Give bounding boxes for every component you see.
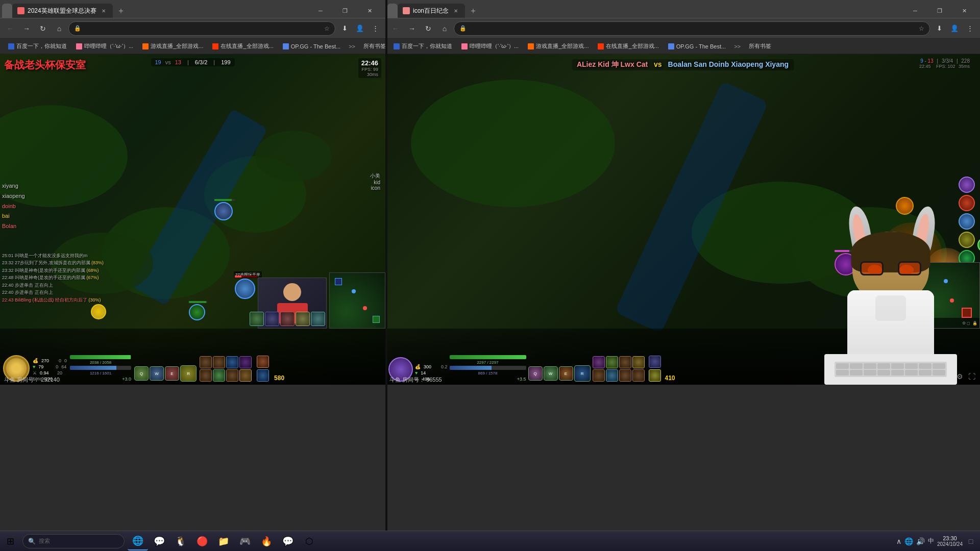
bookmark-baidu-label: 百度一下，你就知道 — [16, 42, 67, 50]
left-refresh-button[interactable]: ↻ — [36, 21, 50, 36]
right-bookmark-opgg[interactable]: OP.GG - The Best... — [664, 42, 730, 51]
right-active-tab[interactable]: icon百日纪念 ✕ — [398, 4, 465, 18]
bookmark-baidu[interactable]: 百度一下，你就知道 — [4, 41, 71, 51]
right-toolbar-right: ⬇ 👤 ⋮ — [932, 21, 977, 36]
tray-network-icon[interactable]: 🌐 — [904, 537, 913, 545]
bookmark-bilibili-label: 哔哩哔哩（'·'ω·'）... — [84, 42, 133, 50]
taskbar-app-browser[interactable]: 🌐 — [128, 532, 148, 550]
left-timer-text: 22:46 — [361, 59, 378, 67]
taskbar-right-area: ∧ 🌐 🔊 中 23:30 2024/10/24 □ — [896, 532, 980, 550]
taskbar-app-wechat[interactable]: 💬 — [149, 532, 169, 550]
right-bookmark-baidu[interactable]: 百度一下，你就知道 — [389, 41, 456, 51]
right-fullscreen-icon[interactable]: ⛶ — [967, 371, 977, 382]
right-bookmark-all[interactable]: 所有书签 — [745, 41, 775, 51]
taskbar-search[interactable]: 🔍 搜索 — [22, 534, 125, 548]
right-bookmark-live[interactable]: 在线直播_全部游戏... — [594, 41, 663, 51]
right-tab-close[interactable]: ✕ — [452, 7, 460, 15]
mascot-figure — [819, 191, 962, 385]
left-tab-favicon — [17, 7, 24, 14]
left-tab-close[interactable]: ✕ — [100, 7, 108, 15]
star-icon[interactable]: ☆ — [324, 25, 330, 32]
right-skill-e: E — [559, 366, 573, 381]
right-star-icon[interactable]: ☆ — [919, 25, 924, 32]
right-menu-button[interactable]: ⋮ — [963, 21, 977, 36]
left-profile-button[interactable]: 👤 — [353, 21, 367, 36]
right-baidu-favicon — [394, 43, 400, 49]
key-12 — [877, 370, 890, 375]
tray-battery-icon[interactable]: 中 — [928, 537, 934, 545]
right-forward-button[interactable]: → — [405, 21, 419, 36]
bookmark-live-stream[interactable]: 在线直播_全部游戏... — [208, 41, 277, 51]
tray-volume-icon[interactable]: 🔊 — [916, 537, 925, 545]
skill-r: R — [180, 365, 197, 382]
right-bookmark-bilibili[interactable]: 哔哩哔哩（'·'ω·'）... — [457, 41, 523, 51]
left-url-input[interactable]: douyu.com/topic/LOLS14?rid=252140&dyshid… — [84, 25, 321, 32]
start-button[interactable]: ⊞ — [0, 531, 20, 552]
right-summoner-1 — [649, 356, 661, 368]
right-timer-text: 22:45 — [919, 64, 931, 69]
left-restore-button[interactable]: ❐ — [333, 4, 357, 18]
key-16 — [933, 370, 945, 375]
right-download-button[interactable]: ⬇ — [932, 21, 946, 36]
right-item-4 — [632, 356, 645, 368]
bookmark-all-books[interactable]: 所有书签 — [359, 41, 385, 51]
label-kid: kid — [370, 180, 380, 185]
right-home-button[interactable]: ⌂ — [437, 21, 452, 36]
left-close-button[interactable]: ✕ — [358, 4, 381, 18]
right-bookmark-game-stream[interactable]: 游戏直播_全部游戏... — [524, 41, 593, 51]
chat-line-2: 23:32 27步玩到了另外,攻城拆是在的内部属 (83%) — [2, 260, 114, 267]
left-address-bar[interactable]: 🔒 douyu.com/topic/LOLS14?rid=252140&dysh… — [68, 21, 335, 36]
right-bookmarks-bar: 百度一下，你就知道 哔哩哔哩（'·'ω·'）... 游戏直播_全部游戏... 在… — [385, 39, 980, 54]
right-hp-text: 2297 / 2297 — [450, 360, 526, 365]
taskbar-app-hexagon[interactable]: ⬡ — [299, 532, 320, 550]
minimap-nexus-left — [335, 278, 342, 285]
right-minimize-button[interactable]: ─ — [903, 4, 927, 18]
taskbar-app-chat2[interactable]: 💬 — [278, 532, 298, 550]
portrait-1 — [250, 312, 264, 326]
portrait-4 — [296, 312, 310, 326]
notifications-button[interactable]: □ — [966, 532, 976, 550]
left-menu-button[interactable]: ⋮ — [368, 21, 382, 36]
taskbar-app-red[interactable]: 🔴 — [192, 532, 212, 550]
left-download-button[interactable]: ⬇ — [337, 21, 352, 36]
chat-line-1: 25:01 叫呐是一个才能友没多远支持我的m — [2, 253, 114, 260]
right-window-controls: ─ ❐ ✕ — [903, 4, 978, 18]
right-profile-button[interactable]: 👤 — [947, 21, 962, 36]
right-back-button[interactable]: ← — [388, 21, 403, 36]
left-forward-button[interactable]: → — [19, 21, 34, 36]
right-team2-text: Boalan San Doinb Xiaopeng Xiyang — [668, 60, 789, 68]
left-new-tab-button[interactable]: ＋ — [114, 4, 128, 18]
tray-up-arrow[interactable]: ∧ — [896, 537, 901, 545]
taskbar-app-qq[interactable]: 🐧 — [170, 532, 191, 550]
right-hp-icon: ♥ — [415, 370, 418, 375]
left-active-tab[interactable]: 2024英雄联盟全球总决赛 ✕ — [12, 4, 113, 18]
taskbar-app-folder[interactable]: 📁 — [213, 532, 234, 550]
right-bookmarks-more[interactable]: >> — [731, 42, 744, 51]
taskbar-clock[interactable]: 23:30 2024/10/24 — [937, 535, 963, 547]
bookmark-opgg[interactable]: OP.GG - The Best... — [279, 42, 345, 51]
chat-line-3: 23:32 叫呐是神奇(是攻的手还至的内部属 (68%) — [2, 267, 114, 274]
bookmark-bilibili[interactable]: 哔哩哔哩（'·'ω·'）... — [72, 41, 137, 51]
bookmark-game-stream[interactable]: 游戏直播_全部游戏... — [138, 41, 207, 51]
right-stat-gold-val: 300 — [424, 364, 438, 369]
right-game-viewport: ALiez Kid 坤 Lwx Cat vs Boalan San Doinb … — [385, 54, 980, 385]
right-url-input[interactable]: douyu.com/topic/icon100d?rid=8682569&dys… — [470, 25, 916, 32]
score-bar-sep3: | — [213, 59, 215, 65]
system-tray: ∧ 🌐 🔊 中 — [896, 537, 934, 545]
right-close-button[interactable]: ✕ — [952, 4, 976, 18]
right-restore-button[interactable]: ❐ — [928, 4, 951, 18]
right-refresh-button[interactable]: ↻ — [421, 21, 435, 36]
right-abilities: Q W E R — [528, 365, 591, 382]
taskbar-app-steam[interactable]: 🎮 — [235, 532, 255, 550]
right-address-bar[interactable]: 🔒 douyu.com/topic/icon100d?rid=8682569&d… — [454, 21, 930, 36]
steam-icon: 🎮 — [239, 536, 251, 547]
right-new-tab-button[interactable]: ＋ — [466, 4, 480, 18]
left-back-button[interactable]: ← — [3, 21, 17, 36]
taskbar-app-flame[interactable]: 🔥 — [256, 532, 277, 550]
items-row-2 — [200, 369, 252, 382]
left-minimize-button[interactable]: ─ — [309, 4, 332, 18]
mp-bar-fill — [70, 366, 116, 370]
right-player-labels: 小美 kid icon — [370, 172, 380, 191]
bookmarks-more-button[interactable]: >> — [346, 42, 358, 51]
left-home-button[interactable]: ⌂ — [52, 21, 66, 36]
